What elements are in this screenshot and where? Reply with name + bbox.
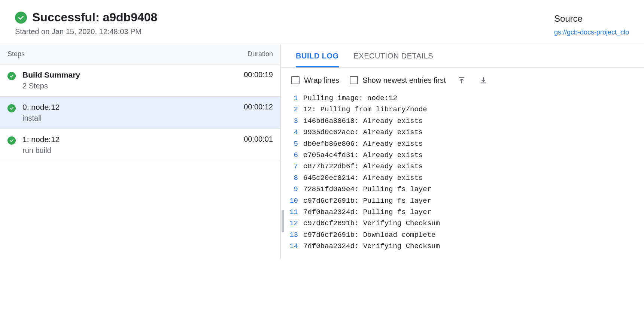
content-row: Steps Duration Build Summary2 Steps00:00… xyxy=(0,44,644,259)
step-subtitle: run build xyxy=(22,146,60,155)
step-text: 1: node:12run build xyxy=(22,135,60,155)
log-line: 117df0baa2324d: Pulling fs layer xyxy=(288,206,637,218)
title-row: Successful: a9db9408 xyxy=(15,10,157,24)
page-title: Successful: a9db9408 xyxy=(32,10,157,24)
panel-scrollbar[interactable] xyxy=(282,210,284,232)
log-lines[interactable]: 1Pulling image: node:12212: Pulling from… xyxy=(281,93,644,259)
log-line-text: db0efb86e806: Already exists xyxy=(303,138,423,150)
step-text: 0: node:12install xyxy=(22,103,60,123)
step-body: Build Summary2 Steps00:00:19 xyxy=(22,70,273,90)
log-line-number: 14 xyxy=(288,241,303,252)
log-line-text: 72851fd0a9e4: Pulling fs layer xyxy=(303,184,431,195)
wrap-lines-control[interactable]: Wrap lines xyxy=(291,76,339,85)
log-line-text: e705a4c4fd31: Already exists xyxy=(303,150,423,161)
log-line: 212: Pulling from library/node xyxy=(288,104,637,115)
log-line-text: 12: Pulling from library/node xyxy=(303,104,427,115)
log-line: 10c97d6cf2691b: Pulling fs layer xyxy=(288,195,637,206)
steps-panel: Steps Duration Build Summary2 Steps00:00… xyxy=(0,44,281,259)
steps-table-header: Steps Duration xyxy=(0,44,280,64)
steps-column-label: Steps xyxy=(7,50,25,58)
tab-execution-details[interactable]: EXECUTION DETAILS xyxy=(354,44,434,67)
step-duration: 00:00:19 xyxy=(244,70,273,79)
log-line-number: 1 xyxy=(288,93,303,104)
log-line: 6e705a4c4fd31: Already exists xyxy=(288,150,637,161)
header-left: Successful: a9db9408 Started on Jan 15, … xyxy=(15,10,157,36)
log-line: 147df0baa2324d: Verifying Checksum xyxy=(288,241,637,252)
log-line: 7c877b722db6f: Already exists xyxy=(288,161,637,172)
duration-column-label: Duration xyxy=(247,50,273,58)
step-text: Build Summary2 Steps xyxy=(22,70,80,90)
log-line-text: c877b722db6f: Already exists xyxy=(303,161,423,172)
step-subtitle: install xyxy=(22,114,60,123)
log-line-number: 4 xyxy=(288,127,303,138)
log-line-text: c97d6cf2691b: Download complete xyxy=(303,229,435,241)
log-line: 8645c20ec8214: Already exists xyxy=(288,172,637,184)
step-title: 1: node:12 xyxy=(22,135,60,144)
log-line-text: 7df0baa2324d: Verifying Checksum xyxy=(303,241,440,252)
log-line-number: 9 xyxy=(288,184,303,195)
log-line-number: 7 xyxy=(288,161,303,172)
started-timestamp: Started on Jan 15, 2020, 12:48:03 PM xyxy=(15,27,157,36)
header-right: Source gs://gcb-docs-project_clo xyxy=(554,10,629,36)
step-row[interactable]: Build Summary2 Steps00:00:19 xyxy=(0,64,280,97)
log-line: 13c97d6cf2691b: Download complete xyxy=(288,229,637,241)
step-duration: 00:00:12 xyxy=(244,103,273,111)
log-panel: BUILD LOG EXECUTION DETAILS Wrap lines S… xyxy=(281,44,644,259)
log-line: 1Pulling image: node:12 xyxy=(288,93,637,104)
newest-first-label: Show newest entries first xyxy=(362,76,446,85)
wrap-lines-checkbox[interactable] xyxy=(291,76,300,84)
log-line-number: 5 xyxy=(288,138,303,150)
log-line-text: 7df0baa2324d: Pulling fs layer xyxy=(303,206,431,218)
log-line-number: 8 xyxy=(288,172,303,184)
steps-body: Build Summary2 Steps00:00:190: node:12in… xyxy=(0,64,280,161)
log-line-number: 6 xyxy=(288,150,303,161)
source-label: Source xyxy=(554,13,629,24)
wrap-lines-label: Wrap lines xyxy=(304,76,339,85)
tab-build-log[interactable]: BUILD LOG xyxy=(296,44,339,67)
scroll-to-top-icon[interactable] xyxy=(456,75,467,86)
log-line-number: 3 xyxy=(288,115,303,127)
step-title: 0: node:12 xyxy=(22,103,60,112)
source-link[interactable]: gs://gcb-docs-project_clo xyxy=(554,28,629,36)
log-line: 12c97d6cf2691b: Verifying Checksum xyxy=(288,218,637,229)
step-title: Build Summary xyxy=(22,70,80,79)
download-icon[interactable] xyxy=(478,75,489,86)
log-line-number: 11 xyxy=(288,206,303,218)
step-row[interactable]: 1: node:12run build00:00:01 xyxy=(0,129,280,161)
log-line-text: Pulling image: node:12 xyxy=(303,93,397,104)
log-line-number: 2 xyxy=(288,104,303,115)
step-row[interactable]: 0: node:12install00:00:12 xyxy=(0,97,280,129)
log-line-text: 9935d0c62ace: Already exists xyxy=(303,127,423,138)
svg-rect-1 xyxy=(481,82,486,83)
log-line-number: 10 xyxy=(288,195,303,206)
step-success-icon xyxy=(7,136,16,145)
log-line-text: 645c20ec8214: Already exists xyxy=(303,172,423,184)
step-body: 1: node:12run build00:00:01 xyxy=(22,135,273,155)
log-line: 972851fd0a9e4: Pulling fs layer xyxy=(288,184,637,195)
log-line: 49935d0c62ace: Already exists xyxy=(288,127,637,138)
log-line-text: c97d6cf2691b: Verifying Checksum xyxy=(303,218,440,229)
step-subtitle: 2 Steps xyxy=(22,82,80,90)
build-header: Successful: a9db9408 Started on Jan 15, … xyxy=(0,0,644,44)
log-line: 5db0efb86e806: Already exists xyxy=(288,138,637,150)
newest-first-checkbox[interactable] xyxy=(350,76,358,84)
newest-first-control[interactable]: Show newest entries first xyxy=(350,76,446,85)
step-duration: 00:00:01 xyxy=(244,135,273,144)
log-line-number: 12 xyxy=(288,218,303,229)
svg-rect-0 xyxy=(459,77,465,78)
log-line-text: c97d6cf2691b: Pulling fs layer xyxy=(303,195,431,206)
step-success-icon xyxy=(7,104,16,112)
log-line: 3146bd6a88618: Already exists xyxy=(288,115,637,127)
log-line-number: 13 xyxy=(288,229,303,241)
step-success-icon xyxy=(7,72,16,80)
log-controls: Wrap lines Show newest entries first xyxy=(281,68,644,93)
log-tabs: BUILD LOG EXECUTION DETAILS xyxy=(281,44,644,68)
log-line-text: 146bd6a88618: Already exists xyxy=(303,115,423,127)
success-check-icon xyxy=(15,12,27,24)
step-body: 0: node:12install00:00:12 xyxy=(22,103,273,123)
